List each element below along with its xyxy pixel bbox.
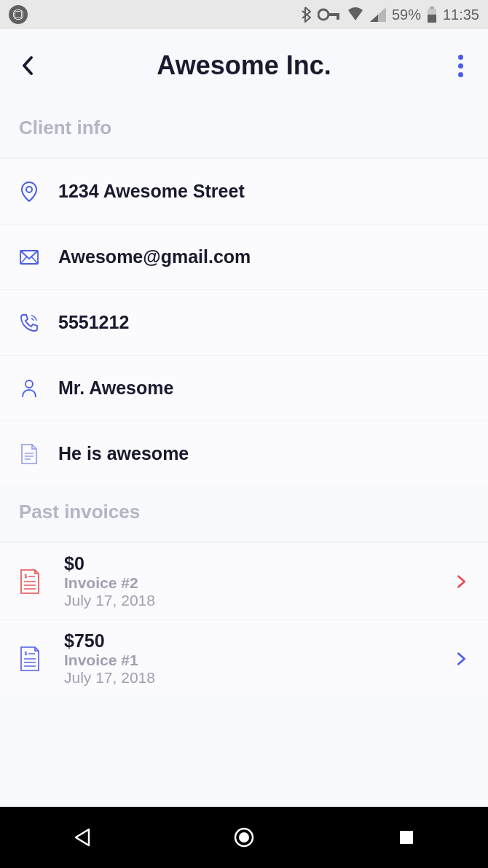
past-invoices-label: Past invoices: [0, 486, 488, 542]
svg-rect-24: [400, 831, 413, 844]
document-icon: [19, 444, 39, 464]
svg-rect-5: [428, 15, 436, 23]
triangle-back-icon: [73, 828, 90, 847]
chevron-right-icon: [454, 652, 469, 666]
invoice-icon: $: [19, 568, 41, 595]
nav-home-button[interactable]: [208, 826, 280, 848]
svg-text:$: $: [25, 574, 28, 579]
contact-row[interactable]: Mr. Awesome: [0, 355, 488, 421]
battery-percent: 59%: [392, 7, 421, 23]
phone-text: 5551212: [58, 312, 129, 333]
bluetooth-icon: [300, 6, 312, 23]
contact-text: Mr. Awesome: [58, 378, 173, 399]
svg-rect-3: [430, 7, 434, 9]
envelope-icon: [19, 247, 39, 267]
back-button[interactable]: [13, 51, 42, 80]
nav-recent-button[interactable]: [370, 829, 443, 845]
svg-point-23: [239, 832, 249, 842]
invoice-name: Invoice #2: [64, 574, 431, 592]
phone-icon: [19, 313, 39, 333]
notes-text: He is awesome: [58, 443, 189, 464]
more-options-button[interactable]: [446, 51, 475, 80]
invoice-icon: $: [19, 646, 41, 672]
email-row[interactable]: Awesome@gmail.com: [0, 224, 488, 289]
cell-signal-icon: [370, 7, 386, 22]
address-text: 1234 Awesome Street: [58, 181, 245, 202]
svg-point-6: [26, 187, 32, 192]
client-info-label: Client info: [0, 102, 488, 158]
android-nav-bar: [0, 807, 488, 868]
circle-home-icon: [233, 826, 255, 848]
invoice-date: July 17, 2018: [64, 592, 431, 609]
wifi-icon: [347, 7, 364, 22]
clock: 11:35: [443, 7, 479, 23]
invoice-name: Invoice #1: [64, 652, 431, 669]
location-pin-icon: [19, 181, 39, 202]
status-bar: 59% 11:35: [0, 0, 488, 29]
chevron-left-icon: [21, 55, 34, 76]
svg-text:$: $: [25, 651, 28, 657]
header: Awesome Inc.: [0, 29, 488, 102]
phone-row[interactable]: 5551212: [0, 289, 488, 355]
invoice-row[interactable]: $ $0 Invoice #2 July 17, 2018: [0, 542, 488, 619]
invoice-row[interactable]: $ $750 Invoice #1 July 17, 2018: [0, 619, 488, 697]
email-text: Awesome@gmail.com: [58, 246, 251, 267]
address-row[interactable]: 1234 Awesome Street: [0, 158, 488, 224]
invoice-date: July 17, 2018: [64, 669, 431, 687]
key-icon: [318, 8, 341, 21]
nav-back-button[interactable]: [45, 828, 118, 847]
square-recent-icon: [398, 829, 414, 845]
more-vertical-icon: [458, 55, 463, 60]
battery-icon: [427, 7, 437, 23]
svg-point-8: [25, 380, 33, 388]
spotify-icon: [9, 5, 28, 24]
svg-rect-2: [337, 13, 339, 20]
page-title: Awesome Inc.: [42, 50, 446, 81]
invoice-amount: $0: [64, 553, 431, 574]
svg-point-0: [318, 9, 328, 20]
person-icon: [19, 378, 39, 399]
chevron-right-icon: [454, 574, 469, 589]
invoice-amount: $750: [64, 630, 431, 652]
notes-row[interactable]: He is awesome: [0, 421, 488, 486]
